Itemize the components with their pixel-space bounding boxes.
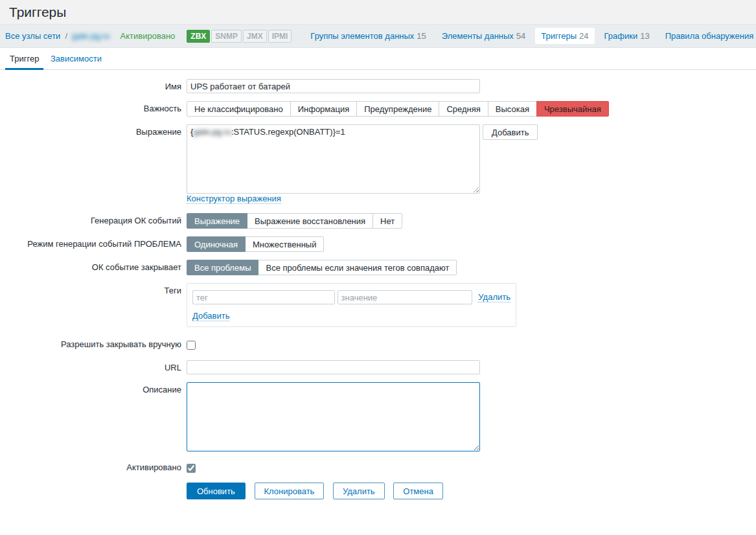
breadcrumb-separator: / (65, 31, 67, 41)
severity-information-button[interactable]: Информация (290, 101, 358, 117)
manual-close-checkbox[interactable] (187, 341, 196, 350)
problem-event-mode-row: Режим генерации событий ПРОБЛЕМА Одиночн… (0, 236, 756, 252)
tags-label: Теги (0, 283, 187, 295)
problem-mode-multiple-button[interactable]: Множественный (245, 236, 324, 252)
severity-not-classified-button[interactable]: Не классифицировано (187, 101, 291, 117)
delete-button[interactable]: Удалить (333, 483, 385, 499)
tab-triggers[interactable]: Триггеры24 (535, 28, 594, 44)
url-row: URL (0, 360, 756, 374)
tag-value-input[interactable] (338, 290, 473, 304)
zbx-agent-badge: ZBX (187, 30, 210, 43)
ok-event-generation-segmented-control: Выражение Выражение восстановления Нет (187, 213, 402, 229)
page-header: Триггеры (0, 0, 756, 25)
page-title: Триггеры (9, 5, 747, 20)
ok-gen-recovery-expression-button[interactable]: Выражение восстановления (247, 213, 373, 229)
url-input[interactable] (187, 360, 480, 374)
tab-graphs-count: 13 (640, 31, 649, 41)
ok-event-generation-label: Генерация ОК событий (0, 213, 187, 225)
trigger-form-tabs: Триггер Зависимости (0, 48, 756, 70)
expression-textarea[interactable]: {gate.pg.ru:STATUS.regexp(ONBATT)}=1 (187, 124, 480, 194)
enabled-label: Активировано (0, 462, 187, 472)
closes-matching-tags-button[interactable]: Все проблемы если значения тегов совпада… (258, 260, 457, 275)
tab-item-groups-count: 15 (417, 31, 426, 41)
problem-event-mode-segmented-control: Одиночная Множественный (187, 236, 324, 252)
tab-dependencies[interactable]: Зависимости (46, 48, 106, 68)
name-input[interactable] (187, 79, 480, 93)
enabled-checkbox[interactable] (187, 464, 196, 473)
tab-items-count: 54 (516, 31, 525, 41)
host-navigation-bar: Все узлы сети / gate.pg.ru Активировано … (0, 25, 756, 48)
description-row: Описание (0, 382, 756, 451)
tab-items[interactable]: Элементы данных54 (436, 28, 531, 44)
ok-event-closes-row: ОК событие закрывает Все проблемы Все пр… (0, 260, 756, 275)
url-label: URL (0, 360, 187, 372)
breadcrumb-all-hosts-link[interactable]: Все узлы сети (5, 31, 60, 41)
jmx-badge: JMX (243, 30, 267, 43)
tag-add-link[interactable]: Добавить (192, 311, 229, 321)
manual-close-row: Разрешить закрывать вручную (0, 339, 756, 350)
tab-item-groups[interactable]: Группы элементов данных15 (304, 28, 431, 44)
tag-name-input[interactable] (192, 290, 335, 304)
host-section-tabs: Группы элементов данных15 Элементы данны… (301, 28, 756, 44)
tab-trigger[interactable]: Триггер (5, 48, 43, 70)
snmp-badge: SNMP (211, 30, 242, 43)
host-status-badge: Активировано (120, 31, 176, 41)
expression-constructor-link[interactable]: Конструктор выражения (187, 194, 281, 204)
tag-remove-link[interactable]: Удалить (478, 292, 510, 302)
form-actions: Обновить Клонировать Удалить Отмена (187, 483, 443, 499)
closes-all-problems-button[interactable]: Все проблемы (187, 260, 258, 275)
ok-event-closes-label: ОК событие закрывает (0, 260, 187, 272)
interface-availability-badges: ZBX SNMP JMX IPMI (185, 30, 292, 43)
expression-host-blurred: gate.pg.ru (193, 127, 231, 137)
name-row: Имя (0, 79, 756, 93)
severity-row: Важность Не классифицировано Информация … (0, 101, 756, 117)
description-textarea[interactable] (187, 382, 480, 451)
cancel-button[interactable]: Отмена (393, 483, 443, 499)
tag-entry-row: Удалить (192, 290, 510, 304)
severity-warning-button[interactable]: Предупреждение (356, 101, 439, 117)
name-label: Имя (0, 79, 187, 91)
ok-gen-expression-button[interactable]: Выражение (187, 213, 247, 229)
expression-row: Выражение {gate.pg.ru:STATUS.regexp(ONBA… (0, 124, 756, 194)
resize-grip-icon[interactable] (472, 186, 479, 192)
breadcrumb-host-link[interactable]: gate.pg.ru (72, 31, 110, 41)
tags-editor: Удалить Добавить (187, 283, 516, 327)
severity-segmented-control: Не классифицировано Информация Предупреж… (187, 101, 609, 117)
tab-discovery-rules[interactable]: Правила обнаружения2 (659, 28, 756, 44)
severity-label: Важность (0, 101, 187, 113)
expression-add-button[interactable]: Добавить (483, 124, 538, 140)
expression-constructor-row: Конструктор выражения (0, 194, 756, 204)
ok-event-closes-segmented-control: Все проблемы Все проблемы если значения … (187, 260, 457, 275)
manual-close-label: Разрешить закрывать вручную (0, 339, 187, 349)
severity-high-button[interactable]: Высокая (488, 101, 537, 117)
form-actions-row: Обновить Клонировать Удалить Отмена (0, 483, 756, 499)
update-button[interactable]: Обновить (187, 483, 246, 499)
ipmi-badge: IPMI (268, 30, 292, 43)
tags-row: Теги Удалить Добавить (0, 283, 756, 327)
ok-gen-none-button[interactable]: Нет (372, 213, 402, 229)
trigger-form: Имя Важность Не классифицировано Информа… (0, 70, 756, 499)
tab-triggers-count: 24 (579, 31, 588, 41)
severity-disaster-button[interactable]: Чрезвычайная (536, 101, 609, 117)
ok-event-generation-row: Генерация ОК событий Выражение Выражение… (0, 213, 756, 229)
severity-average-button[interactable]: Средняя (439, 101, 488, 117)
problem-event-mode-label: Режим генерации событий ПРОБЛЕМА (0, 236, 187, 249)
tab-graphs[interactable]: Графики13 (599, 28, 656, 44)
description-label: Описание (0, 382, 187, 394)
expression-label: Выражение (0, 124, 187, 137)
clone-button[interactable]: Клонировать (255, 483, 325, 499)
problem-mode-single-button[interactable]: Одиночная (187, 236, 246, 252)
enabled-row: Активировано (0, 462, 756, 473)
